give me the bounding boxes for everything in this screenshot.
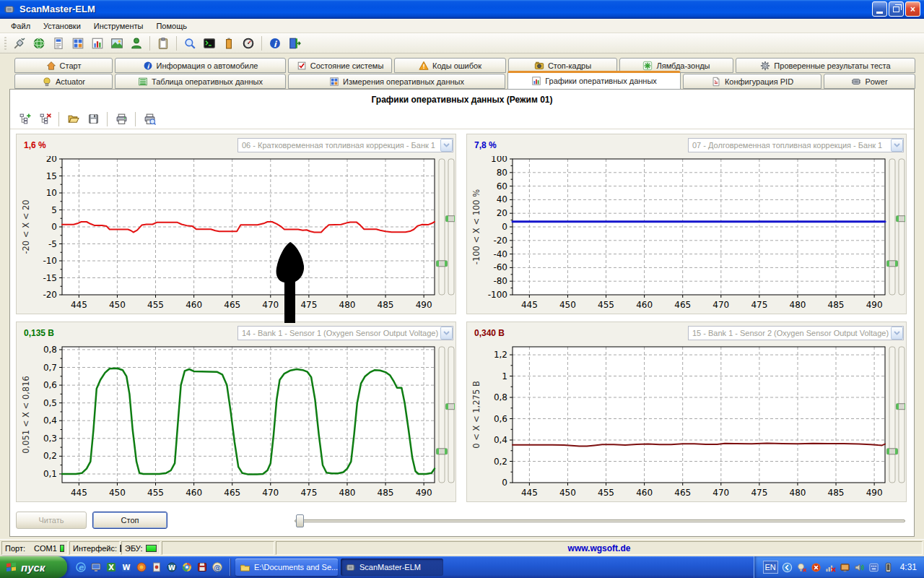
svg-text:470: 470 <box>712 300 729 310</box>
scale-trackbar-0[interactable] <box>439 347 445 483</box>
image-icon[interactable] <box>108 35 126 51</box>
print-icon[interactable] <box>113 111 130 127</box>
tab-r1-3[interactable]: Коды ошибок <box>394 58 506 73</box>
language-indicator[interactable]: EN <box>763 561 778 574</box>
menu-Инструменты[interactable]: Инструменты <box>87 20 150 32</box>
status-website[interactable]: www.wgsoft.de <box>276 541 923 555</box>
globe-icon[interactable] <box>30 35 48 51</box>
restore-button[interactable] <box>889 1 904 17</box>
tray-history-icon[interactable] <box>782 562 793 573</box>
tray-stop-badge-icon[interactable] <box>811 562 821 573</box>
quicklaunch-show-desktop-icon[interactable] <box>90 561 102 574</box>
delnode-icon[interactable] <box>36 111 53 127</box>
svg-text:-20: -20 <box>493 236 507 246</box>
tab-r2-1[interactable]: Таблица оперативных данных <box>115 74 286 89</box>
tab-label: Проверенные результаты теста <box>774 61 890 70</box>
tray-bulb-off-icon[interactable] <box>796 562 807 573</box>
user-icon[interactable] <box>128 35 145 51</box>
scale-trackbar-1[interactable] <box>448 159 454 295</box>
close-button[interactable]: × <box>905 1 920 17</box>
combo-dropdown-button-0[interactable] <box>440 139 453 152</box>
exit-icon[interactable] <box>286 35 303 51</box>
slider-track[interactable] <box>295 519 905 522</box>
scale-trackbar-1[interactable] <box>899 347 905 483</box>
combo-dropdown-button-3[interactable] <box>891 327 903 340</box>
tab-label: Информация о автомобиле <box>157 61 258 70</box>
battery-icon[interactable] <box>220 35 237 51</box>
tab-r1-2[interactable]: Состояние системы <box>288 58 392 73</box>
menu-Установки[interactable]: Установки <box>37 20 87 32</box>
terminal-icon[interactable] <box>201 35 218 51</box>
report-icon[interactable] <box>50 35 67 51</box>
quicklaunch-disk-icon[interactable] <box>196 561 208 574</box>
svg-text:490: 490 <box>866 300 883 310</box>
read-button[interactable]: Читать <box>16 512 87 529</box>
tab-r2-5[interactable]: Power <box>824 74 915 89</box>
quicklaunch-mail-icon[interactable]: @ <box>211 561 223 574</box>
quicklaunch-w-badge-icon[interactable]: W <box>165 561 178 574</box>
scale-trackbar-1[interactable] <box>448 347 454 483</box>
preview-icon[interactable] <box>141 111 158 127</box>
taskbar-clock: 4:31 <box>900 562 917 572</box>
grid-icon <box>329 77 339 87</box>
pid-selector-0[interactable]: 06 - Кратковременная топливная коррекция… <box>237 138 453 152</box>
open-icon[interactable] <box>64 111 82 127</box>
chart-header-1: 7,8 % 07 - Долговременная топливная корр… <box>467 134 906 156</box>
menu-Файл[interactable]: Файл <box>4 20 37 32</box>
scale-trackbar-1[interactable] <box>899 159 905 295</box>
menu-Помощь[interactable]: Помощь <box>149 20 193 32</box>
start-button[interactable]: пуск <box>0 556 67 578</box>
tab-r1-1[interactable]: i Информация о автомобиле <box>115 58 286 73</box>
quicklaunch-media-player-icon[interactable] <box>150 561 162 574</box>
camera-icon <box>534 61 544 71</box>
timeline-slider[interactable] <box>295 514 905 527</box>
svg-text:460: 460 <box>636 300 653 310</box>
stop-button[interactable]: Стоп <box>92 512 167 529</box>
status-port-panel: Порт: COM1 <box>1 541 68 555</box>
search-icon[interactable] <box>181 35 199 51</box>
quicklaunch-chrome-icon[interactable] <box>180 561 193 574</box>
chart-plot-1: 100806040200-20-40-60-80-100445450455460… <box>468 156 905 314</box>
quicklaunch-excel-icon[interactable]: X <box>105 561 117 574</box>
tab-r1-0[interactable]: Старт <box>14 58 113 73</box>
scale-trackbar-0[interactable] <box>889 159 895 295</box>
info-icon[interactable]: i <box>266 35 284 51</box>
minimize-button[interactable] <box>872 1 887 17</box>
grid-icon[interactable] <box>69 35 87 51</box>
scale-trackbar-0[interactable] <box>889 347 895 483</box>
tray-no-signal-icon[interactable] <box>825 562 836 573</box>
tab-row-secondary: Actuator Таблица оперативных данных Изме… <box>0 73 924 89</box>
quicklaunch-ie-icon[interactable]: e <box>74 561 87 574</box>
task-button-1[interactable]: ScanMaster-ELM <box>341 558 443 576</box>
pid-selector-2[interactable]: 14 - Bank 1 - Sensor 1 (Oxygen Sensor Ou… <box>237 326 453 340</box>
tab-r2-4[interactable]: Конфигурация PID <box>683 74 821 89</box>
scale-trackbar-0[interactable] <box>439 159 445 295</box>
connect-icon[interactable] <box>11 35 28 51</box>
chevron-down-icon <box>443 143 450 147</box>
quicklaunch-word-icon[interactable]: W <box>120 561 132 574</box>
quicklaunch-firefox-icon[interactable] <box>135 561 147 574</box>
pid-selector-1[interactable]: 07 - Долговременная топливная коррекция … <box>688 138 904 152</box>
tray-volume-icon[interactable] <box>854 562 865 573</box>
website-link[interactable]: www.wgsoft.de <box>568 543 631 553</box>
main-toolbar: i <box>0 33 924 53</box>
svg-text:0,5: 0,5 <box>43 398 57 408</box>
tray-device-icon[interactable] <box>883 562 894 573</box>
tab-r2-2[interactable]: Измерения оперативных данных <box>288 74 505 89</box>
combo-dropdown-button-2[interactable] <box>440 327 453 340</box>
chart-icon[interactable] <box>89 35 106 51</box>
combo-dropdown-button-1[interactable] <box>891 139 903 152</box>
tab-r2-3[interactable]: Графики оперативных данных <box>507 71 681 90</box>
addnode-icon[interactable] <box>16 111 33 127</box>
tab-r2-0[interactable]: Actuator <box>14 74 113 89</box>
slider-thumb[interactable] <box>296 514 304 527</box>
quick-launch-bar: eXWW@ <box>67 561 227 574</box>
clipboard-icon[interactable] <box>154 35 172 51</box>
save-icon[interactable] <box>84 111 102 127</box>
tray-input-indicator-icon[interactable] <box>868 562 879 573</box>
task-button-0[interactable]: E:\Documents and Se... <box>235 558 338 576</box>
tray-display-icon[interactable] <box>840 562 850 573</box>
tab-r1-6[interactable]: Проверенные результаты теста <box>736 58 915 73</box>
pid-selector-3[interactable]: 15 - Bank 1 - Sensor 2 (Oxygen Sensor Ou… <box>688 326 904 340</box>
gauge-icon[interactable] <box>240 35 257 51</box>
